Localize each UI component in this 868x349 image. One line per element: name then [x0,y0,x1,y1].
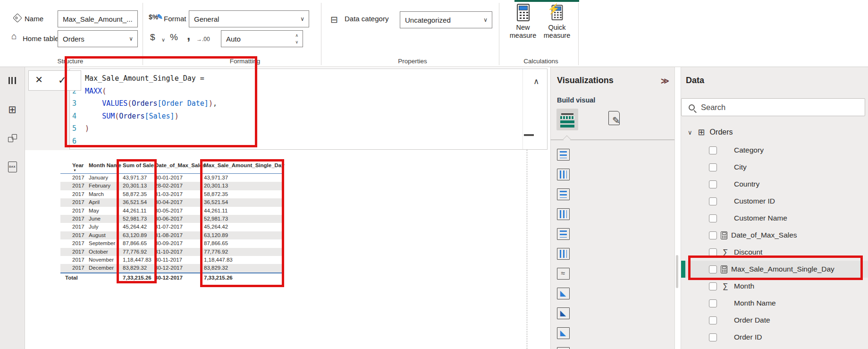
field-label: Month Name [734,299,776,307]
dax-view-icon[interactable]: DAX [6,161,19,172]
currency-chevron-icon[interactable]: ∨ [161,37,165,43]
pane-divider[interactable] [674,67,681,349]
cell-date-of-max-sales: 30-09-2017 [155,240,183,246]
collapse-formula-bar-icon[interactable]: ∧ [533,77,539,86]
currency-icon[interactable]: $ [150,32,155,43]
field-checkbox[interactable] [709,163,717,171]
visual-icon-100-stacked-area-chart[interactable]: ◣ [553,323,573,343]
data-pane-title: Data [686,76,704,85]
visual-icon-area-chart[interactable]: ◣ [553,283,573,303]
visual-icon-clustered-column-chart[interactable] [553,204,573,224]
visual-icon-line-chart[interactable]: ≈ [553,264,573,283]
pencil-icon: ✎ [157,13,163,21]
visual-icon-100-stacked-bar-chart[interactable] [553,224,573,244]
cell-date-of-max-sales: 30-01-2017 [155,175,183,180]
table-group-orders[interactable]: ∨ ⊞ Orders [681,125,868,140]
field-label: Order ID [734,333,762,341]
cancel-formula-button[interactable]: × [35,72,42,87]
visualizations-scrollbar[interactable] [676,255,678,288]
visual-icon-clustered-bar-chart[interactable] [553,184,573,204]
field-label: Date_of_Max_Sales [731,231,797,239]
field-row[interactable]: Customer ID [681,193,868,210]
table-group-name: Orders [710,128,733,136]
annotation-rect-formula [65,56,257,147]
chevron-down-icon[interactable]: ∨ [688,129,692,136]
field-checkbox[interactable] [709,197,717,205]
visual-icon-line-and-stacked-column-chart[interactable] [553,343,573,349]
calculator-icon [517,4,530,21]
visual-gallery: ≈ ◣ ◣ ◣ ≋ ▼ ∴ ◔ ◎ ◧ ⊕ ◆ ▲ [553,145,674,349]
field-checkbox[interactable] [709,180,717,188]
group-label-calculations: Calculations [515,58,567,65]
ribbon-accent-strip [514,0,579,2]
field-label: Country [734,180,759,188]
name-label: Name [25,15,43,23]
model-view-icon[interactable] [6,132,19,144]
field-label: Category [734,146,764,154]
field-checkbox[interactable] [709,282,717,290]
cell-year: 2017 [72,183,84,188]
column-header-date-of-max-sales[interactable]: Date_of_Max_Sales [155,162,205,168]
total-label: Total [65,275,78,281]
search-input[interactable]: Search [681,98,865,116]
decimal-auto-stepper[interactable]: Auto ∧∨ [221,30,303,47]
format-dropdown[interactable]: General ∨ [189,10,309,27]
field-row[interactable]: Order Date [681,312,868,329]
chevron-down-icon: ∨ [129,35,133,42]
cell-month: August [89,232,106,238]
field-checkbox[interactable] [709,214,717,222]
tab-build-visual[interactable] [556,109,578,130]
field-row[interactable]: Category [681,142,868,159]
visual-icon-stacked-area-chart[interactable]: ◣ [553,303,573,323]
report-view-icon[interactable] [6,75,19,86]
cell-month: February [89,183,110,188]
field-row[interactable]: Order ID [681,329,868,346]
collapse-pane-icon[interactable]: ≫ [661,76,669,86]
home-icon: ⌂ [11,31,17,42]
cell-year: 2017 [72,175,84,180]
new-measure-button[interactable]: New measure [506,4,540,53]
search-placeholder: Search [701,103,725,112]
visual-icon-100-stacked-column-chart[interactable] [553,244,573,264]
table-icon: ⊞ [698,127,705,137]
stepper-arrows[interactable]: ∧∨ [295,32,298,45]
field-row[interactable]: Date_of_Max_Sales [681,227,868,244]
data-view-icon[interactable]: ⊞ [6,103,19,115]
cell-month: July [89,224,98,230]
data-category-dropdown[interactable]: Uncategorized ∨ [400,11,492,28]
sort-descending-icon[interactable]: ▼ [73,169,76,172]
field-checkbox[interactable] [709,299,717,307]
group-label-properties: Properties [387,58,438,65]
visual-icon-stacked-bar-chart[interactable] [553,145,573,164]
decimal-places-icon[interactable]: →.00 [196,36,210,43]
thousands-separator-icon[interactable]: , [187,28,190,43]
cell-year: 2017 [72,216,84,221]
field-checkbox[interactable] [709,231,717,239]
lightning-icon: ⚡ [547,3,559,15]
scrollbar-thumb[interactable] [524,134,534,136]
column-header-year[interactable]: Year [72,162,84,168]
visual-icon-stacked-column-chart[interactable] [553,164,573,184]
quick-measure-button[interactable]: ⚡ Quick measure [540,4,574,53]
calculator-icon: ⚡ [551,5,563,20]
field-row[interactable]: Month [681,278,868,295]
field-checkbox[interactable] [709,146,717,154]
percent-icon[interactable]: % [170,32,178,43]
cell-date-of-max-sales: 30-12-2017 [155,265,183,271]
field-row[interactable]: Customer Name [681,210,868,227]
field-row[interactable]: Country [681,176,868,193]
field-checkbox[interactable] [709,248,717,256]
total-date: 30-12-2017 [155,275,183,281]
field-checkbox[interactable] [709,333,717,341]
measure-name-input[interactable]: Max_Sale_Amount_... [58,10,138,27]
cell-month: May [89,208,99,213]
field-label: City [734,163,747,171]
field-row[interactable]: Month Name [681,295,868,312]
home-table-dropdown[interactable]: Orders ∨ [58,30,138,47]
field-label: Customer ID [734,197,775,205]
field-checkbox[interactable] [709,316,717,324]
field-row[interactable]: City [681,159,868,176]
field-type-icon [721,231,727,239]
ribbon-divider [578,3,579,65]
tab-format-visual[interactable]: ✎ [606,110,624,130]
